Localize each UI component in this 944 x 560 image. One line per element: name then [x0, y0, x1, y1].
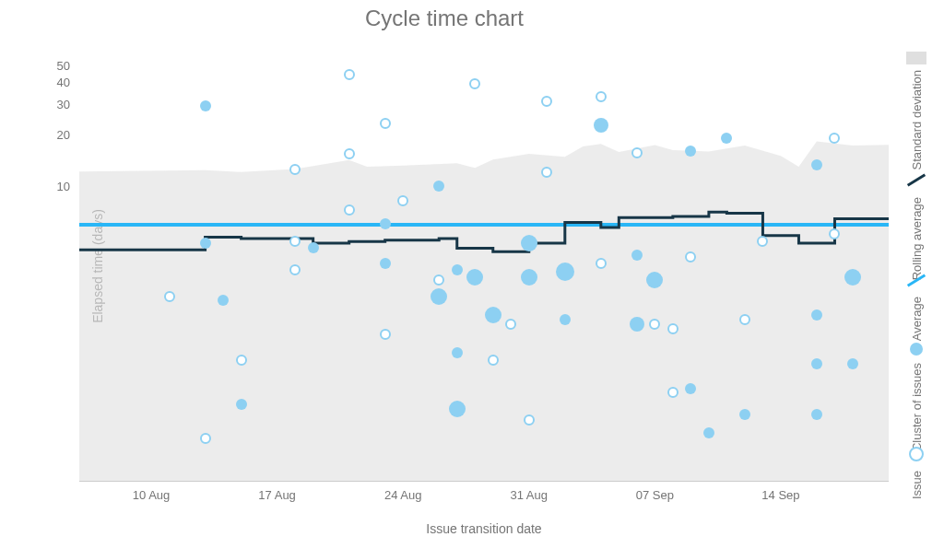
cluster-point[interactable] — [847, 358, 858, 369]
cluster-point[interactable] — [685, 383, 696, 394]
cluster-point[interactable] — [200, 238, 211, 249]
cluster-point[interactable] — [466, 269, 483, 286]
issue-point[interactable] — [200, 433, 211, 444]
std-dev-swatch — [905, 52, 927, 64]
cluster-point[interactable] — [308, 242, 319, 253]
legend-roll-label: Rolling average — [910, 197, 924, 280]
cluster-point[interactable] — [844, 269, 861, 286]
cluster-swatch — [905, 341, 927, 357]
cluster-point[interactable] — [630, 317, 644, 332]
cluster-point[interactable] — [556, 262, 574, 281]
issue-point[interactable] — [488, 355, 499, 366]
issue-point[interactable] — [397, 195, 408, 206]
cluster-point[interactable] — [431, 288, 447, 305]
svg-marker-0 — [79, 141, 889, 481]
cluster-point[interactable] — [521, 235, 537, 251]
chart-title: Cycle time chart — [0, 6, 889, 31]
issue-point[interactable] — [344, 204, 355, 216]
issue-point[interactable] — [380, 118, 391, 129]
issue-point[interactable] — [380, 329, 391, 340]
cluster-point[interactable] — [380, 218, 391, 229]
cluster-point[interactable] — [703, 427, 714, 438]
cluster-point[interactable] — [739, 409, 750, 420]
issue-point[interactable] — [505, 319, 516, 330]
cluster-point[interactable] — [200, 100, 211, 111]
issue-point[interactable] — [344, 148, 355, 159]
y-tick: 10 — [39, 180, 70, 193]
y-tick: 50 — [39, 58, 70, 72]
issue-point[interactable] — [649, 319, 660, 330]
x-tick: 10 Aug — [133, 488, 171, 502]
cluster-point[interactable] — [380, 258, 391, 269]
issue-swatch — [905, 444, 927, 465]
cluster-point[interactable] — [452, 264, 463, 275]
plot-area: Elapsed time (days) 102030405010 Aug17 A… — [79, 52, 889, 482]
issue-point[interactable] — [596, 258, 607, 269]
y-tick: 40 — [39, 76, 70, 89]
y-tick: 30 — [39, 97, 70, 111]
issue-point[interactable] — [667, 387, 678, 398]
legend-std-dev: Standard deviation — [892, 52, 940, 162]
legend-rolling-avg: Rolling average — [892, 169, 940, 280]
issue-point[interactable] — [524, 414, 535, 426]
cluster-point[interactable] — [218, 295, 229, 306]
cluster-point[interactable] — [685, 146, 696, 157]
issue-point[interactable] — [469, 78, 480, 89]
average-line — [79, 223, 889, 227]
issue-point[interactable] — [829, 133, 840, 144]
cluster-point[interactable] — [521, 269, 537, 286]
cluster-point[interactable] — [485, 307, 502, 323]
issue-point[interactable] — [344, 69, 355, 80]
legend: Standard deviation Rolling average Avera… — [892, 52, 940, 481]
legend-std-label: Standard deviation — [910, 70, 924, 169]
legend-avg-label: Average — [910, 297, 924, 341]
std-dev-band — [79, 52, 889, 481]
cluster-point[interactable] — [811, 309, 822, 321]
y-tick: 20 — [39, 127, 70, 141]
rolling-avg-swatch — [905, 169, 927, 192]
legend-issue: Issue — [892, 444, 940, 499]
rolling-average-line — [79, 52, 889, 481]
cluster-point[interactable] — [449, 401, 466, 417]
issue-point[interactable] — [739, 314, 750, 325]
average-swatch — [905, 269, 927, 291]
issue-point[interactable] — [289, 264, 301, 275]
issue-point[interactable] — [757, 236, 768, 247]
legend-cluster-label: Cluster of issues — [910, 363, 924, 451]
cluster-point[interactable] — [433, 181, 444, 192]
cluster-point[interactable] — [631, 250, 643, 261]
issue-point[interactable] — [685, 251, 696, 262]
issue-point[interactable] — [236, 355, 247, 366]
issue-point[interactable] — [667, 323, 678, 334]
legend-issue-label: Issue — [910, 471, 924, 499]
issue-point[interactable] — [631, 147, 643, 158]
issue-point[interactable] — [829, 228, 840, 239]
cluster-point[interactable] — [646, 272, 663, 288]
cluster-point[interactable] — [236, 399, 247, 410]
x-tick: 14 Sep — [761, 488, 799, 502]
y-axis-label: Elapsed time (days) — [90, 174, 105, 358]
x-tick: 07 Sep — [636, 488, 674, 502]
x-axis-label: Issue transition date — [79, 521, 889, 536]
x-tick: 17 Aug — [258, 488, 296, 502]
x-tick: 24 Aug — [384, 488, 422, 502]
cluster-point[interactable] — [811, 358, 822, 369]
cluster-point[interactable] — [721, 133, 732, 144]
x-tick: 31 Aug — [511, 488, 549, 502]
issue-point[interactable] — [289, 236, 301, 247]
issue-point[interactable] — [289, 164, 301, 175]
legend-cluster: Cluster of issues — [892, 341, 940, 451]
issue-point[interactable] — [541, 96, 552, 107]
cluster-point[interactable] — [594, 118, 608, 133]
issue-point[interactable] — [433, 274, 444, 286]
issue-point[interactable] — [164, 291, 175, 302]
cluster-point[interactable] — [560, 314, 571, 325]
cycle-time-chart: Cycle time chart Elapsed time (days) 102… — [0, 0, 944, 560]
cluster-point[interactable] — [452, 347, 463, 358]
cluster-point[interactable] — [811, 409, 822, 420]
cluster-point[interactable] — [811, 159, 822, 170]
issue-point[interactable] — [596, 91, 607, 102]
issue-point[interactable] — [541, 167, 552, 178]
